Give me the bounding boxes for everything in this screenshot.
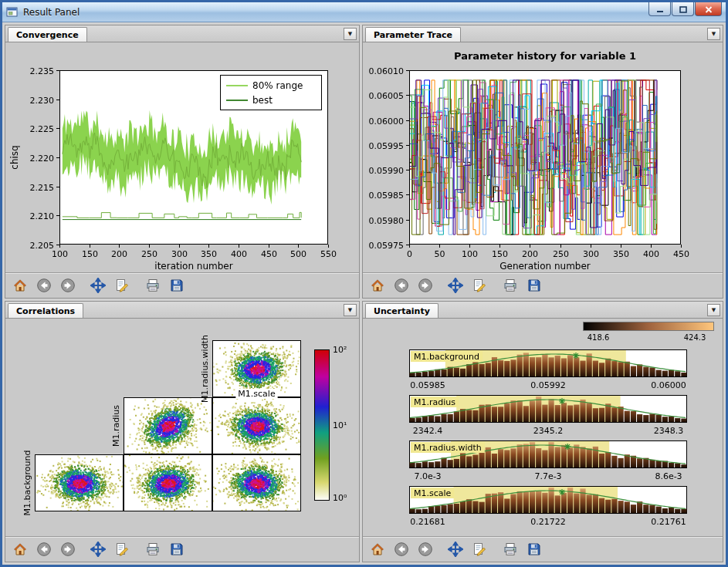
uncertainty-plot	[363, 319, 723, 536]
chevron-down-icon: ▼	[348, 31, 352, 37]
forward-button[interactable]	[57, 275, 79, 295]
home-icon	[12, 278, 28, 293]
pan-icon	[90, 278, 106, 293]
print-button[interactable]	[499, 539, 521, 559]
forward-icon	[60, 542, 76, 557]
edit-button[interactable]	[111, 539, 133, 559]
pan-icon	[448, 278, 463, 293]
correlations-panel-dropdown[interactable]: ▼	[344, 304, 357, 316]
save-button[interactable]	[523, 539, 545, 559]
back-button[interactable]	[391, 539, 412, 559]
uncertainty-canvas[interactable]	[363, 319, 723, 535]
back-icon	[394, 542, 409, 557]
tab-convergence[interactable]: Convergence	[8, 27, 87, 42]
forward-button[interactable]	[415, 275, 436, 295]
pan-button[interactable]	[87, 539, 109, 559]
home-button[interactable]	[367, 275, 388, 295]
print-button[interactable]	[142, 275, 164, 295]
minimize-icon	[656, 2, 664, 16]
maximize-icon	[679, 2, 687, 16]
edit-button[interactable]	[111, 275, 133, 295]
pan-icon	[448, 542, 463, 557]
tab-parameter-trace-label: Parameter Trace	[374, 30, 452, 40]
convergence-toolbar	[5, 272, 359, 298]
print-button[interactable]	[499, 275, 521, 295]
tab-correlations-label: Correlations	[16, 306, 75, 316]
forward-icon	[418, 278, 433, 293]
chevron-down-icon: ▼	[348, 307, 352, 313]
uncertainty-tabbar: Uncertainty ▼	[363, 302, 723, 319]
pan-button[interactable]	[445, 539, 466, 559]
forward-icon	[418, 542, 433, 557]
save-button[interactable]	[523, 275, 545, 295]
panel-correlations: Correlations ▼	[5, 301, 360, 562]
correlations-canvas[interactable]	[5, 319, 359, 535]
tab-correlations[interactable]: Correlations	[8, 303, 83, 318]
print-icon	[145, 542, 161, 557]
edit-icon	[472, 278, 487, 293]
pan-icon	[90, 542, 106, 557]
back-icon	[394, 278, 409, 293]
tab-convergence-label: Convergence	[16, 30, 79, 40]
print-icon	[503, 278, 518, 293]
uncertainty-toolbar	[363, 536, 723, 562]
edit-button[interactable]	[469, 539, 490, 559]
client-area: Convergence ▼ Parameter Trace ▼	[2, 22, 726, 565]
back-button[interactable]	[33, 275, 55, 295]
panel-uncertainty: Uncertainty ▼	[362, 301, 723, 562]
back-button[interactable]	[391, 275, 412, 295]
correlations-toolbar	[5, 536, 359, 562]
home-icon	[370, 278, 385, 293]
home-icon	[12, 542, 28, 557]
print-icon	[145, 278, 161, 293]
trace-plot	[363, 42, 723, 272]
chevron-down-icon: ▼	[712, 31, 716, 37]
back-button[interactable]	[33, 539, 55, 559]
convergence-canvas[interactable]	[5, 42, 359, 272]
close-button[interactable]	[695, 2, 722, 16]
forward-button[interactable]	[57, 539, 79, 559]
print-icon	[503, 542, 518, 557]
tab-uncertainty-label: Uncertainty	[374, 306, 430, 316]
tab-parameter-trace[interactable]: Parameter Trace	[365, 27, 461, 42]
maximize-button[interactable]	[672, 2, 694, 16]
convergence-panel-dropdown[interactable]: ▼	[344, 28, 357, 40]
home-icon	[370, 542, 385, 557]
forward-button[interactable]	[415, 539, 436, 559]
save-button[interactable]	[166, 539, 188, 559]
trace-tabbar: Parameter Trace ▼	[363, 25, 723, 42]
uncertainty-panel-dropdown[interactable]: ▼	[707, 304, 720, 316]
edit-icon	[114, 542, 130, 557]
minimize-button[interactable]	[648, 2, 671, 16]
panel-parameter-trace: Parameter Trace ▼	[362, 25, 723, 299]
window-controls	[648, 2, 722, 16]
convergence-tabbar: Convergence ▼	[5, 25, 359, 42]
print-button[interactable]	[142, 539, 164, 559]
back-icon	[36, 278, 52, 293]
tab-uncertainty[interactable]: Uncertainty	[365, 303, 438, 318]
edit-icon	[472, 542, 487, 557]
home-button[interactable]	[9, 275, 31, 295]
trace-panel-dropdown[interactable]: ▼	[707, 28, 720, 40]
trace-canvas[interactable]	[363, 42, 723, 272]
save-icon	[527, 278, 542, 293]
save-icon	[169, 278, 185, 293]
chevron-down-icon: ▼	[712, 307, 716, 313]
forward-icon	[60, 278, 76, 293]
panel-convergence: Convergence ▼	[5, 25, 360, 299]
convergence-plot	[5, 42, 359, 272]
correlations-tabbar: Correlations ▼	[5, 302, 359, 319]
app-icon	[6, 6, 19, 19]
trace-toolbar	[363, 272, 723, 298]
pan-button[interactable]	[87, 275, 109, 295]
edit-button[interactable]	[469, 275, 490, 295]
save-icon	[527, 542, 542, 557]
pan-button[interactable]	[445, 275, 466, 295]
result-panel-window: Result Panel Convergence ▼	[0, 0, 728, 567]
home-button[interactable]	[9, 539, 31, 559]
titlebar[interactable]: Result Panel	[2, 2, 726, 22]
home-button[interactable]	[367, 539, 388, 559]
edit-icon	[114, 278, 130, 293]
window-title: Result Panel	[23, 7, 648, 18]
save-button[interactable]	[166, 275, 188, 295]
